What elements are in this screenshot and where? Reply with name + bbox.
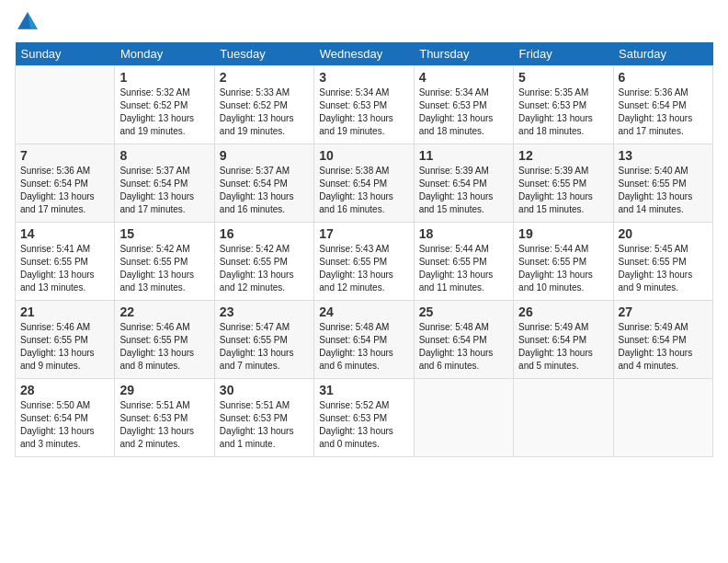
page-container: SundayMondayTuesdayWednesdayThursdayFrid… bbox=[0, 0, 728, 466]
day-number: 21 bbox=[20, 304, 109, 319]
day-info: Sunrise: 5:46 AMSunset: 6:55 PMDaylight:… bbox=[119, 322, 194, 371]
day-number: 5 bbox=[518, 70, 608, 85]
day-number: 4 bbox=[419, 70, 508, 85]
day-number: 29 bbox=[119, 383, 209, 397]
day-number: 3 bbox=[319, 70, 408, 85]
calendar-cell: 12 Sunrise: 5:39 AMSunset: 6:55 PMDaylig… bbox=[514, 144, 613, 223]
day-number: 22 bbox=[119, 304, 209, 319]
day-info: Sunrise: 5:46 AMSunset: 6:55 PMDaylight:… bbox=[20, 322, 95, 371]
day-info: Sunrise: 5:34 AMSunset: 6:53 PMDaylight:… bbox=[319, 87, 393, 136]
calendar-week-3: 21 Sunrise: 5:46 AMSunset: 6:55 PMDaylig… bbox=[16, 301, 713, 379]
calendar-week-0: 1 Sunrise: 5:32 AMSunset: 6:52 PMDayligh… bbox=[16, 66, 713, 144]
day-number: 9 bbox=[220, 148, 309, 163]
day-info: Sunrise: 5:52 AMSunset: 6:53 PMDaylight:… bbox=[319, 400, 393, 449]
header-row: SundayMondayTuesdayWednesdayThursdayFrid… bbox=[16, 42, 713, 66]
calendar-cell bbox=[16, 66, 115, 144]
day-info: Sunrise: 5:32 AMSunset: 6:52 PMDaylight:… bbox=[119, 87, 194, 136]
day-number: 30 bbox=[220, 383, 309, 397]
day-number: 14 bbox=[20, 226, 109, 241]
day-info: Sunrise: 5:33 AMSunset: 6:52 PMDaylight:… bbox=[220, 87, 294, 136]
calendar-cell: 8 Sunrise: 5:37 AMSunset: 6:54 PMDayligh… bbox=[115, 144, 214, 223]
day-header-friday: Friday bbox=[514, 42, 613, 66]
day-header-tuesday: Tuesday bbox=[214, 42, 313, 66]
calendar-week-2: 14 Sunrise: 5:41 AMSunset: 6:55 PMDaylig… bbox=[16, 223, 713, 301]
day-info: Sunrise: 5:44 AMSunset: 6:55 PMDaylight:… bbox=[518, 244, 593, 293]
calendar-cell: 9 Sunrise: 5:37 AMSunset: 6:54 PMDayligh… bbox=[214, 144, 313, 223]
calendar-cell bbox=[414, 379, 513, 457]
day-number: 6 bbox=[619, 70, 708, 85]
calendar-cell: 28 Sunrise: 5:50 AMSunset: 6:54 PMDaylig… bbox=[16, 379, 115, 457]
day-info: Sunrise: 5:45 AMSunset: 6:55 PMDaylight:… bbox=[619, 244, 693, 293]
calendar-table: SundayMondayTuesdayWednesdayThursdayFrid… bbox=[15, 42, 713, 457]
calendar-cell: 19 Sunrise: 5:44 AMSunset: 6:55 PMDaylig… bbox=[514, 223, 613, 301]
calendar-cell: 2 Sunrise: 5:33 AMSunset: 6:52 PMDayligh… bbox=[214, 66, 313, 144]
calendar-cell: 1 Sunrise: 5:32 AMSunset: 6:52 PMDayligh… bbox=[115, 66, 214, 144]
day-number: 18 bbox=[419, 226, 508, 241]
day-info: Sunrise: 5:42 AMSunset: 6:55 PMDaylight:… bbox=[119, 244, 194, 293]
day-number: 27 bbox=[619, 304, 708, 319]
day-number: 12 bbox=[518, 148, 608, 163]
day-header-thursday: Thursday bbox=[414, 42, 513, 66]
day-number: 8 bbox=[119, 148, 209, 163]
day-number: 7 bbox=[20, 148, 109, 163]
day-header-saturday: Saturday bbox=[613, 42, 712, 66]
day-number: 28 bbox=[20, 383, 109, 397]
day-info: Sunrise: 5:39 AMSunset: 6:55 PMDaylight:… bbox=[518, 166, 593, 214]
day-number: 20 bbox=[619, 226, 708, 241]
calendar-cell: 20 Sunrise: 5:45 AMSunset: 6:55 PMDaylig… bbox=[613, 223, 712, 301]
calendar-week-1: 7 Sunrise: 5:36 AMSunset: 6:54 PMDayligh… bbox=[16, 144, 713, 223]
calendar-cell: 5 Sunrise: 5:35 AMSunset: 6:53 PMDayligh… bbox=[514, 66, 613, 144]
day-number: 13 bbox=[619, 148, 708, 163]
calendar-cell: 18 Sunrise: 5:44 AMSunset: 6:55 PMDaylig… bbox=[414, 223, 513, 301]
day-number: 10 bbox=[319, 148, 408, 163]
calendar-cell: 14 Sunrise: 5:41 AMSunset: 6:55 PMDaylig… bbox=[16, 223, 115, 301]
calendar-week-4: 28 Sunrise: 5:50 AMSunset: 6:54 PMDaylig… bbox=[16, 379, 713, 457]
day-number: 26 bbox=[518, 304, 608, 319]
day-number: 11 bbox=[419, 148, 508, 163]
day-info: Sunrise: 5:35 AMSunset: 6:53 PMDaylight:… bbox=[518, 87, 593, 136]
day-info: Sunrise: 5:37 AMSunset: 6:54 PMDaylight:… bbox=[119, 166, 194, 214]
page-header bbox=[15, 9, 713, 35]
day-info: Sunrise: 5:48 AMSunset: 6:54 PMDaylight:… bbox=[419, 322, 494, 371]
calendar-cell: 13 Sunrise: 5:40 AMSunset: 6:55 PMDaylig… bbox=[613, 144, 712, 223]
calendar-cell: 23 Sunrise: 5:47 AMSunset: 6:55 PMDaylig… bbox=[214, 301, 313, 379]
day-number: 24 bbox=[319, 304, 408, 319]
logo bbox=[15, 9, 44, 35]
day-info: Sunrise: 5:38 AMSunset: 6:54 PMDaylight:… bbox=[319, 166, 393, 214]
day-info: Sunrise: 5:39 AMSunset: 6:54 PMDaylight:… bbox=[419, 166, 494, 214]
day-number: 23 bbox=[220, 304, 309, 319]
day-info: Sunrise: 5:41 AMSunset: 6:55 PMDaylight:… bbox=[20, 244, 95, 293]
day-info: Sunrise: 5:37 AMSunset: 6:54 PMDaylight:… bbox=[220, 166, 294, 214]
day-info: Sunrise: 5:51 AMSunset: 6:53 PMDaylight:… bbox=[119, 400, 194, 449]
day-info: Sunrise: 5:42 AMSunset: 6:55 PMDaylight:… bbox=[220, 244, 294, 293]
day-number: 17 bbox=[319, 226, 408, 241]
day-info: Sunrise: 5:50 AMSunset: 6:54 PMDaylight:… bbox=[20, 400, 95, 449]
day-number: 15 bbox=[119, 226, 209, 241]
calendar-cell: 3 Sunrise: 5:34 AMSunset: 6:53 PMDayligh… bbox=[314, 66, 414, 144]
calendar-cell: 25 Sunrise: 5:48 AMSunset: 6:54 PMDaylig… bbox=[414, 301, 513, 379]
calendar-cell: 29 Sunrise: 5:51 AMSunset: 6:53 PMDaylig… bbox=[115, 379, 214, 457]
calendar-cell: 15 Sunrise: 5:42 AMSunset: 6:55 PMDaylig… bbox=[115, 223, 214, 301]
calendar-cell: 10 Sunrise: 5:38 AMSunset: 6:54 PMDaylig… bbox=[314, 144, 414, 223]
calendar-cell bbox=[514, 379, 613, 457]
day-number: 2 bbox=[220, 70, 309, 85]
day-header-sunday: Sunday bbox=[16, 42, 115, 66]
calendar-cell: 26 Sunrise: 5:49 AMSunset: 6:54 PMDaylig… bbox=[514, 301, 613, 379]
day-info: Sunrise: 5:36 AMSunset: 6:54 PMDaylight:… bbox=[20, 166, 95, 214]
day-info: Sunrise: 5:47 AMSunset: 6:55 PMDaylight:… bbox=[220, 322, 294, 371]
calendar-cell: 31 Sunrise: 5:52 AMSunset: 6:53 PMDaylig… bbox=[314, 379, 414, 457]
calendar-cell: 17 Sunrise: 5:43 AMSunset: 6:55 PMDaylig… bbox=[314, 223, 414, 301]
day-info: Sunrise: 5:44 AMSunset: 6:55 PMDaylight:… bbox=[419, 244, 494, 293]
day-info: Sunrise: 5:43 AMSunset: 6:55 PMDaylight:… bbox=[319, 244, 393, 293]
day-info: Sunrise: 5:48 AMSunset: 6:54 PMDaylight:… bbox=[319, 322, 393, 371]
day-info: Sunrise: 5:40 AMSunset: 6:55 PMDaylight:… bbox=[619, 166, 693, 214]
logo-icon bbox=[15, 9, 40, 35]
calendar-cell: 16 Sunrise: 5:42 AMSunset: 6:55 PMDaylig… bbox=[214, 223, 313, 301]
day-header-monday: Monday bbox=[115, 42, 214, 66]
day-info: Sunrise: 5:49 AMSunset: 6:54 PMDaylight:… bbox=[619, 322, 693, 371]
day-info: Sunrise: 5:51 AMSunset: 6:53 PMDaylight:… bbox=[220, 400, 294, 449]
calendar-cell: 4 Sunrise: 5:34 AMSunset: 6:53 PMDayligh… bbox=[414, 66, 513, 144]
day-info: Sunrise: 5:34 AMSunset: 6:53 PMDaylight:… bbox=[419, 87, 494, 136]
day-header-wednesday: Wednesday bbox=[314, 42, 414, 66]
day-number: 31 bbox=[319, 383, 408, 397]
